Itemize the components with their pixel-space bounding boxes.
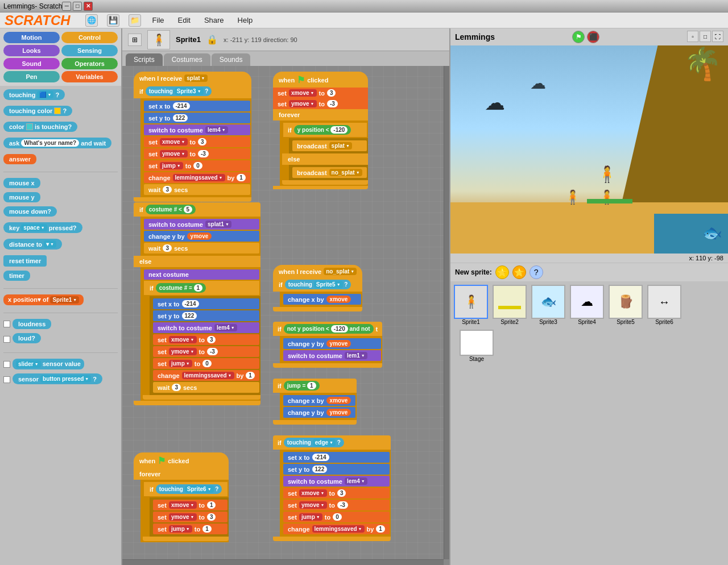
sprite-item-sprite6[interactable]: ↔ Sprite6 [647,285,681,325]
loudness-checkbox[interactable] [3,321,10,327]
jump-dropdown[interactable]: jump [160,162,183,169]
key-pressed-block[interactable]: key space pressed? [3,222,82,233]
file-menu[interactable]: File [150,15,167,26]
broadcast-no-splat-dropdown[interactable]: no_splat [329,169,362,176]
xmove-main-dropdown[interactable]: xmove [289,89,317,97]
pen-category[interactable]: Pen [3,71,60,82]
expand-button[interactable]: ⊞ [128,34,142,46]
ask-input[interactable]: What's your name? [21,139,79,147]
change-x-xmove[interactable]: change x by xmove [283,294,361,305]
switch-lem4-edge[interactable]: switch to costume lem4 [283,476,390,487]
forever-2[interactable]: forever [134,468,229,480]
x214-edge[interactable]: -214 [312,454,329,461]
vertical-scrollbar[interactable] [444,66,449,559]
lemming-saved-dropdown[interactable]: lemmingssaved [173,174,225,181]
jump-1-val[interactable]: 1 [307,382,316,389]
if-costume-lt5[interactable]: if costume # < 5 [134,202,260,217]
wait-3-secs[interactable]: wait 3 secs [144,184,250,195]
sprite-item-sprite3[interactable]: 🐟 Sprite3 [531,285,565,325]
by-1[interactable]: 1 [237,174,246,181]
change-lemming-saved[interactable]: change lemmingssaved by 1 [144,172,250,183]
hat-main-clicked[interactable]: when ⚑ clicked [273,72,368,88]
stack-main-clicked[interactable]: when ⚑ clicked set xmove to 3 set ymove … [273,72,368,189]
splat-dropdown[interactable]: splat [184,74,207,82]
xmove3-2[interactable]: 3 [207,336,216,343]
stack-no-splat[interactable]: when I receive no_splat if touching Spri… [273,265,362,311]
switch-costume-lem4[interactable]: switch to costume lem4 [144,124,250,135]
sprite1-thumbnail[interactable]: 🧍 [454,285,488,319]
sprite3-thumbnail[interactable]: 🐟 [531,285,565,319]
ymove-neg3-2[interactable]: -3 [207,348,218,355]
set-x-214-edge[interactable]: set x to -214 [283,452,390,463]
ymove2-dropdown[interactable]: ymove [169,348,197,355]
sprite-item-sprite1[interactable]: 🧍 Sprite1 [454,285,488,325]
stack-touching-edge[interactable]: if touching edge ? set x to -214 set y t… [273,435,391,541]
wait3[interactable]: 3 [163,244,172,252]
green-flag-button[interactable]: ⚑ [572,31,585,43]
control-category[interactable]: Control [61,32,118,43]
lem1-dropdown[interactable]: lem1 [345,352,367,359]
stage-item[interactable]: Stage [460,330,494,362]
next-costume[interactable]: next costume [144,269,259,280]
by-1-edge[interactable]: 1 [376,525,385,533]
set-ymove-neg3[interactable]: set ymove to -3 [144,148,250,159]
loud-block[interactable]: loud? [13,333,41,343]
set-jump-0[interactable]: set jump to 0 [144,160,250,171]
tab-scripts[interactable]: Scripts [126,53,163,66]
random-sprite-button[interactable]: ⭐ [512,265,526,279]
broadcast-no-splat[interactable]: broadcast no_splat [292,167,367,178]
loud-checkbox[interactable] [3,336,10,343]
broadcast-splat-dropdown[interactable]: splat [329,142,352,149]
set-x-214[interactable]: set x to -214 [144,101,250,111]
stack-receive-splat[interactable]: when I receive splat if touching Sprite3… [134,72,251,202]
answer-block[interactable]: answer [3,154,36,164]
xmove3-dropdown[interactable]: xmove [169,501,197,509]
set-xmove-edge[interactable]: set xmove to 3 [283,488,390,498]
xmove-dropdown[interactable]: xmove [160,138,188,146]
jump3-dropdown[interactable]: jump [169,525,192,533]
distance-dropdown[interactable]: ▾ [44,240,56,248]
ymove-neg3[interactable]: -3 [198,150,209,157]
set-jump-0-2[interactable]: set jump to 0 [153,358,259,369]
jump-edge-dropdown[interactable]: jump [299,513,322,521]
tab-sounds[interactable]: Sounds [212,53,251,66]
mouse-x-block[interactable]: mouse x [3,178,40,188]
xmove-main-3[interactable]: 3 [327,89,336,97]
lem4-edge-dropdown[interactable]: lem4 [345,477,367,485]
sprite-item-sprite5[interactable]: 🪵 Sprite5 [609,285,643,325]
edit-menu[interactable]: Edit [176,15,193,26]
jump2-dropdown[interactable]: jump [169,360,192,367]
wait-3-secs-2[interactable]: wait 3 secs [144,243,259,254]
scripts-main[interactable]: when I receive splat if touching Sprite3… [122,66,449,565]
sprite-item-sprite4[interactable]: ☁ Sprite4 [570,285,604,325]
sprite3-dropdown[interactable]: Sprite3 [175,88,204,95]
ymove-3[interactable]: 3 [207,513,216,521]
scripts-area[interactable]: when I receive splat if touching Sprite3… [122,66,449,565]
lem4-dropdown[interactable]: lem4 [205,126,228,134]
change-lemming-edge[interactable]: change lemmingssaved by 1 [283,524,390,534]
wait-3-2[interactable]: wait 3 secs [153,382,259,393]
wait-3-2[interactable]: 3 [172,384,181,391]
touching-dropdown[interactable]: 🟦 [37,91,53,98]
y-val-122[interactable]: 122 [173,114,188,122]
sprite4-thumbnail[interactable]: ☁ [570,285,604,319]
change-y-ymove-3[interactable]: change y by ymove [283,407,355,418]
mouse-y-block[interactable]: mouse y [3,192,40,202]
globe-icon[interactable]: 🌐 [85,14,98,27]
hat-receive-splat[interactable]: when I receive splat [134,72,251,84]
if-touching-sprite5[interactable]: if touching Sprite5 ? [273,277,362,292]
xmove-val[interactable]: 3 [198,138,207,146]
costume-5[interactable]: 5 [184,206,193,213]
x214-2[interactable]: -214 [182,300,199,308]
sound-category[interactable]: Sound [3,58,60,69]
variables-category[interactable]: Variables [61,71,118,82]
if-touching-sprite6[interactable]: if touching Sprite6 ? [144,482,228,496]
ymove-neg3-edge[interactable]: -3 [337,501,348,509]
paint-sprite-button[interactable]: ⭐ [495,265,509,279]
sprite5-thumbnail[interactable]: 🪵 [609,285,643,319]
y122-edge[interactable]: 122 [312,466,328,473]
reset-timer-block[interactable]: reset timer [3,255,47,267]
if-not-y-pos[interactable]: if not y position < -120 and not t... [273,322,382,336]
ymove-dropdown[interactable]: ymove [160,150,188,157]
lemming-edge-dropdown[interactable]: lemmingssaved [312,525,365,533]
